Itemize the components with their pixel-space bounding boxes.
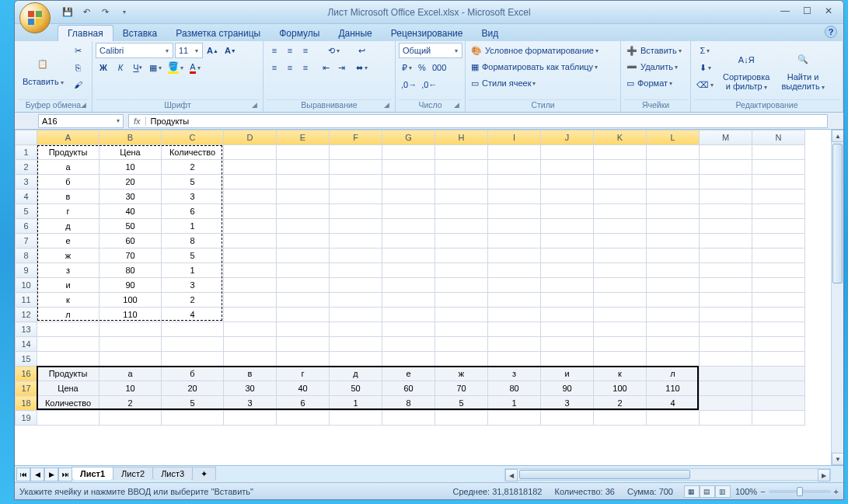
cell-L18[interactable]: 4 [647, 396, 700, 411]
clipboard-launcher[interactable]: ◢ [79, 101, 88, 110]
cell-M7[interactable] [700, 234, 752, 249]
orientation-icon[interactable]: ⟲ [318, 43, 349, 58]
cell-K9[interactable] [594, 263, 647, 278]
cell-E6[interactable] [277, 219, 330, 234]
cell-G7[interactable] [382, 234, 435, 249]
decrease-decimal-icon[interactable]: ,0← [419, 77, 439, 92]
cell-D6[interactable] [224, 219, 277, 234]
row-header-2[interactable]: 2 [16, 160, 37, 175]
cell-H3[interactable] [435, 175, 488, 189]
cell-E11[interactable] [277, 293, 330, 308]
cell-B7[interactable]: 60 [99, 234, 162, 249]
col-header-G[interactable]: G [382, 130, 435, 145]
cell-K18[interactable]: 2 [594, 396, 647, 411]
cell-L19[interactable] [647, 411, 700, 426]
view-normal-icon[interactable]: ▦ [684, 485, 700, 498]
format-as-table-button[interactable]: ▦ Форматировать как таблицу [469, 59, 617, 75]
cell-N14[interactable] [752, 337, 805, 352]
col-header-I[interactable]: I [488, 130, 541, 145]
col-header-D[interactable]: D [224, 130, 277, 145]
cell-H2[interactable] [435, 160, 488, 175]
cell-J1[interactable] [541, 145, 594, 160]
cell-L17[interactable]: 110 [647, 381, 700, 396]
underline-icon[interactable]: Ч▾ [130, 60, 145, 75]
cell-K17[interactable]: 100 [594, 381, 647, 396]
font-size-combo[interactable]: 11▾ [175, 43, 203, 58]
cell-E3[interactable] [277, 175, 330, 189]
cell-F12[interactable] [330, 308, 382, 322]
cell-A5[interactable]: г [37, 204, 99, 219]
hscroll-thumb[interactable] [519, 470, 690, 479]
cell-F1[interactable] [330, 145, 382, 160]
cell-G14[interactable] [382, 337, 435, 352]
tab-view[interactable]: Вид [472, 26, 508, 41]
cell-I11[interactable] [488, 293, 541, 308]
row-header-13[interactable]: 13 [16, 322, 37, 337]
shrink-font-icon[interactable]: A▼ [222, 43, 239, 58]
cell-G17[interactable]: 60 [382, 381, 435, 396]
cell-F8[interactable] [330, 249, 382, 263]
col-header-J[interactable]: J [541, 130, 594, 145]
cell-G4[interactable] [382, 189, 435, 204]
align-bottom-icon[interactable]: ≡ [298, 43, 313, 58]
row-header-4[interactable]: 4 [16, 189, 37, 204]
decrease-indent-icon[interactable]: ⇤ [318, 60, 333, 75]
cell-M17[interactable] [700, 381, 752, 396]
cell-D8[interactable] [224, 249, 277, 263]
cell-D7[interactable] [224, 234, 277, 249]
cell-B12[interactable]: 110 [99, 308, 162, 322]
cell-M1[interactable] [700, 145, 752, 160]
cell-K6[interactable] [594, 219, 647, 234]
fill-icon[interactable]: ⬇ [694, 60, 716, 75]
new-sheet-tab[interactable]: ✦ [192, 467, 216, 481]
cell-M13[interactable] [700, 322, 752, 337]
cell-B3[interactable]: 20 [99, 175, 162, 189]
cell-H7[interactable] [435, 234, 488, 249]
cell-B15[interactable] [99, 352, 162, 367]
row-header-15[interactable]: 15 [16, 352, 37, 367]
cell-H19[interactable] [435, 411, 488, 426]
font-launcher[interactable]: ◢ [250, 101, 259, 110]
cell-A8[interactable]: ж [37, 249, 99, 263]
delete-cells-button[interactable]: ➖ Удалить [624, 59, 687, 75]
cell-C4[interactable]: 3 [162, 189, 224, 204]
cell-A13[interactable] [37, 322, 99, 337]
cell-D18[interactable]: 3 [224, 396, 277, 411]
cell-N17[interactable] [752, 381, 805, 396]
cell-L12[interactable] [647, 308, 700, 322]
cell-F17[interactable]: 50 [330, 381, 382, 396]
cell-C18[interactable]: 5 [162, 396, 224, 411]
cell-J17[interactable]: 90 [541, 381, 594, 396]
cell-I1[interactable] [488, 145, 541, 160]
cell-G12[interactable] [382, 308, 435, 322]
col-header-F[interactable]: F [330, 130, 382, 145]
cell-B2[interactable]: 10 [99, 160, 162, 175]
cell-F5[interactable] [330, 204, 382, 219]
cell-K4[interactable] [594, 189, 647, 204]
cell-E1[interactable] [277, 145, 330, 160]
cell-I8[interactable] [488, 249, 541, 263]
cell-L1[interactable] [647, 145, 700, 160]
cell-A6[interactable]: д [37, 219, 99, 234]
number-format-combo[interactable]: Общий▾ [399, 43, 462, 58]
view-page-layout-icon[interactable]: ▤ [700, 485, 715, 498]
tab-insert[interactable]: Вставка [113, 26, 167, 41]
col-header-N[interactable]: N [752, 130, 805, 145]
sheet-tab-3[interactable]: Лист3 [152, 467, 193, 480]
cell-M12[interactable] [700, 308, 752, 322]
cell-L7[interactable] [647, 234, 700, 249]
cell-G11[interactable] [382, 293, 435, 308]
merge-center-icon[interactable]: ⬌ [354, 60, 370, 75]
cell-J11[interactable] [541, 293, 594, 308]
cell-G6[interactable] [382, 219, 435, 234]
cell-I6[interactable] [488, 219, 541, 234]
cell-I10[interactable] [488, 278, 541, 293]
cell-D11[interactable] [224, 293, 277, 308]
cell-E18[interactable]: 6 [277, 396, 330, 411]
cell-N11[interactable] [752, 293, 805, 308]
cell-L5[interactable] [647, 204, 700, 219]
cell-C16[interactable]: б [162, 367, 224, 381]
cell-A11[interactable]: к [37, 293, 99, 308]
tab-formulas[interactable]: Формулы [270, 26, 329, 41]
cell-M10[interactable] [700, 278, 752, 293]
